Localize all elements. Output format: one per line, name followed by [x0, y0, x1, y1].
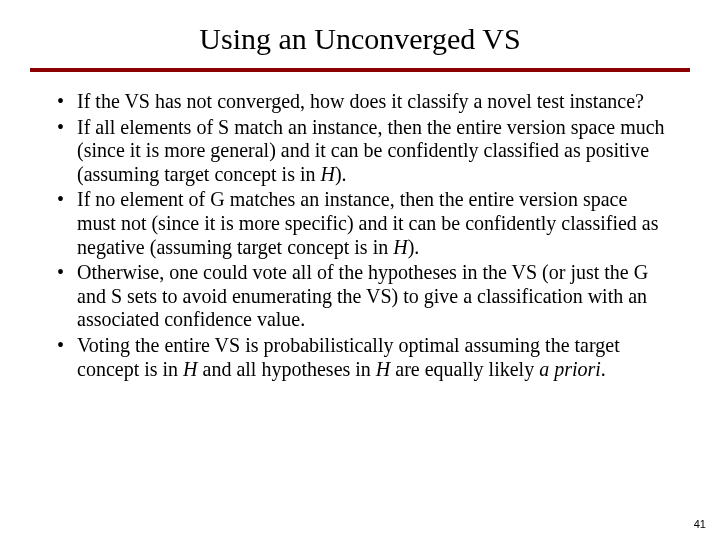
slide-title: Using an Unconverged VS	[0, 0, 720, 68]
italic-text: H	[393, 236, 407, 258]
bullet-text: Otherwise, one could vote all of the hyp…	[77, 261, 648, 330]
bullet-list: If the VS has not converged, how does it…	[55, 90, 665, 381]
list-item: If all elements of S match an instance, …	[55, 116, 665, 187]
bullet-text: If all elements of S match an instance, …	[77, 116, 665, 185]
page-number: 41	[694, 518, 706, 530]
italic-text: H	[320, 163, 334, 185]
list-item: Otherwise, one could vote all of the hyp…	[55, 261, 665, 332]
list-item: If the VS has not converged, how does it…	[55, 90, 665, 114]
list-item: Voting the entire VS is probabilisticall…	[55, 334, 665, 381]
bullet-text: ).	[335, 163, 347, 185]
italic-text: H	[183, 358, 197, 380]
bullet-text: and all hypotheses in	[198, 358, 376, 380]
bullet-text: are equally likely	[390, 358, 539, 380]
list-item: If no element of G matches an instance, …	[55, 188, 665, 259]
bullet-text: If no element of G matches an instance, …	[77, 188, 659, 257]
title-rule	[30, 68, 690, 72]
bullet-text: .	[601, 358, 606, 380]
italic-text: H	[376, 358, 390, 380]
slide: Using an Unconverged VS If the VS has no…	[0, 0, 720, 540]
bullet-text: If the VS has not converged, how does it…	[77, 90, 644, 112]
slide-body: If the VS has not converged, how does it…	[0, 90, 720, 381]
italic-text: a priori	[539, 358, 601, 380]
bullet-text: ).	[408, 236, 420, 258]
